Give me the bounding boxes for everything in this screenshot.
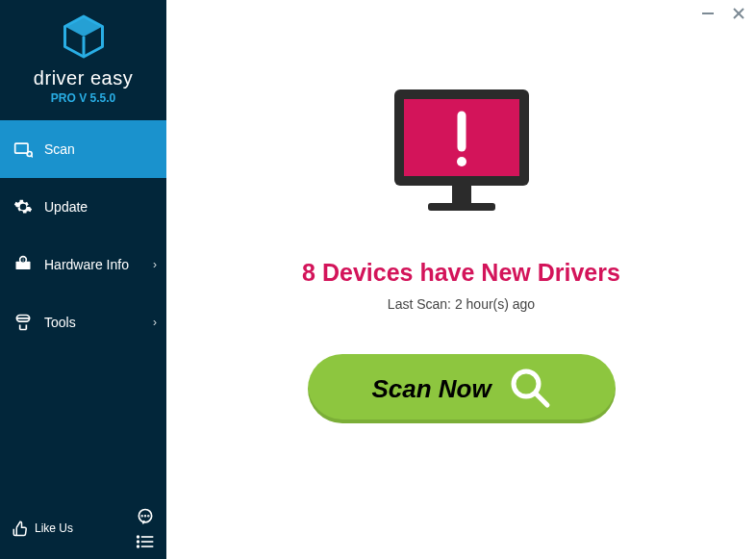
hardware-icon: i [13,255,33,274]
alert-monitor-icon [385,85,539,228]
sidebar: driver easy PRO V 5.5.0 Scan Update i Ha… [0,0,166,559]
magnifier-icon [509,367,551,412]
brand-name: driver easy [0,67,166,89]
like-us-label[interactable]: Like Us [35,521,73,535]
svg-line-29 [536,394,547,405]
sidebar-item-label: Tools [44,315,76,330]
last-scan-label: Last Scan: 2 hour(s) ago [388,296,535,312]
scan-now-button[interactable]: Scan Now [308,354,616,423]
headline: 8 Devices have New Drivers [302,259,620,287]
svg-point-11 [145,516,146,517]
sidebar-item-label: Scan [44,141,75,157]
sidebar-footer: Like Us [0,497,166,559]
svg-rect-3 [15,143,28,153]
scan-icon [13,140,33,159]
logo-block: driver easy PRO V 5.5.0 [0,0,166,111]
sidebar-item-hardware[interactable]: i Hardware Info › [0,236,166,293]
svg-point-4 [27,152,32,157]
app-logo-icon [61,13,107,60]
menu-icon[interactable] [136,534,155,549]
chevron-right-icon: › [153,316,157,329]
footer-icons [136,507,155,549]
svg-point-27 [457,157,466,166]
gear-icon [13,197,33,216]
svg-point-12 [148,516,149,517]
scan-now-label: Scan Now [371,374,491,404]
close-button[interactable] [731,6,746,24]
sidebar-item-scan[interactable]: Scan [0,120,166,178]
tools-icon [13,313,33,332]
version-label: PRO V 5.5.0 [0,91,166,105]
svg-point-15 [138,541,139,543]
nav: Scan Update i Hardware Info › Tools › [0,120,166,351]
sidebar-item-label: Update [44,199,88,215]
thumbs-up-icon[interactable] [12,520,29,537]
svg-text:i: i [22,257,23,263]
svg-marker-1 [64,16,102,37]
minimize-button[interactable] [700,6,716,24]
svg-point-17 [138,546,139,547]
window-controls [700,6,746,24]
chat-icon[interactable] [136,507,155,526]
content: 8 Devices have New Drivers Last Scan: 2 … [166,0,756,423]
svg-line-5 [32,156,33,157]
sidebar-item-tools[interactable]: Tools › [0,293,166,351]
sidebar-item-update[interactable]: Update [0,178,166,236]
svg-rect-25 [428,203,495,211]
svg-point-13 [138,536,139,538]
svg-point-10 [141,516,142,517]
main-panel: 8 Devices have New Drivers Last Scan: 2 … [166,0,756,559]
sidebar-item-label: Hardware Info [44,257,129,272]
chevron-right-icon: › [153,258,157,271]
svg-rect-24 [452,186,471,203]
